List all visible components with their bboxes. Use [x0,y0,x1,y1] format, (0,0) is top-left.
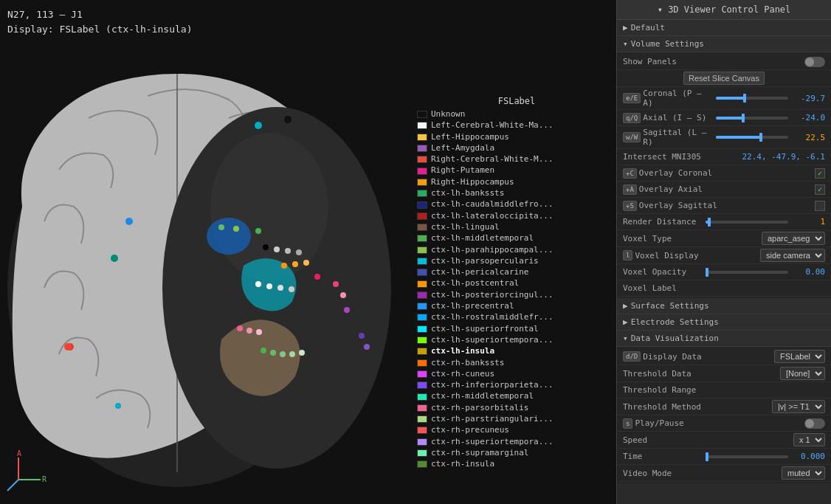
voxel-type-row: Voxel Type aparc_aseg [617,230,831,247]
legend-color-swatch [417,122,427,129]
play-pause-toggle[interactable] [804,418,825,429]
legend-item: ctx-lh-parahippocampal... [417,245,616,255]
coronal-label: Coronal (P – A) [643,89,715,108]
legend-color-swatch [417,359,427,367]
legend-color-swatch [417,190,427,197]
render-distance-slider[interactable] [706,221,788,224]
overlay-axial-key[interactable]: +A [623,184,637,195]
video-mode-row: Video Mode muted [617,465,831,482]
overlay-coronal-label: Overlay Coronal [639,168,815,178]
legend-color-swatch [417,325,427,333]
svg-point-13 [255,228,261,234]
legend-color-swatch [417,168,427,175]
data-visualization-header[interactable]: ▾ Data Visualization [617,331,831,347]
electrode-settings-label: Electrode Settings [631,317,719,327]
voxel-display-key[interactable]: l [623,250,632,260]
play-pause-key[interactable]: s [623,418,632,429]
overlay-coronal-checkbox[interactable]: ✓ [815,168,825,179]
svg-point-22 [344,307,350,313]
video-mode-select[interactable]: muted [782,466,825,480]
svg-point-21 [340,292,346,298]
legend-title: FSLabel [417,96,616,106]
legend-item-label: Unknown [431,109,465,120]
sagittal-row: w/W Sagittal (L – R) 22.5 [617,126,831,149]
svg-point-28 [64,343,72,351]
legend-color-swatch [417,145,427,152]
voxel-opacity-slider[interactable] [706,271,788,274]
overlay-sagittal-checkbox[interactable]: ✓ [815,201,825,211]
legend-item-label: Left-Amygdala [431,143,494,153]
legend-color-swatch [417,134,427,141]
electrode-settings-header[interactable]: ▶ Electrode Settings [617,314,831,331]
legend-item: ctx-rh-precuneus [417,425,616,435]
overlay-axial-row: +A Overlay Axial ✓ [617,182,831,198]
video-mode-label: Video Mode [623,469,782,478]
time-thumb [706,452,708,461]
volume-settings-content: Show Panels Reset Slice Canvas e/E Coron… [617,52,831,298]
surface-settings-label: Surface Settings [631,301,709,311]
threshold-data-row: Threshold Data [None] [617,365,831,382]
legend-item: ctx-lh-bankssts [417,188,616,199]
sagittal-key[interactable]: w/W [623,132,641,142]
legend-item-label: ctx-lh-lateraloccipita... [431,211,554,221]
threshold-data-select[interactable]: [None] [780,367,825,380]
legend-item-label: ctx-lh-bankssts [431,188,504,199]
svg-point-10 [274,246,280,252]
svg-point-30 [270,350,276,356]
coronal-value: -29.7 [788,94,825,103]
overlay-axial-checkbox[interactable]: ✓ [815,184,825,195]
legend-color-swatch [417,348,427,355]
svg-point-29 [261,348,266,353]
reset-slice-button[interactable]: Reset Slice Canvas [683,72,765,85]
axial-key[interactable]: q/Q [623,113,641,123]
voxel-display-select[interactable]: side camera [760,249,825,262]
voxel-opacity-thumb [706,268,708,277]
display-data-key[interactable]: d/D [623,351,641,362]
svg-point-6 [125,218,133,225]
sagittal-track [716,136,788,139]
threshold-method-select[interactable]: |v| >= T1 [772,400,825,413]
voxel-type-select[interactable]: aparc_aseg [762,232,825,245]
legend-panel: FSLabel UnknownLeft-Cerebral-White-Ma...… [417,96,616,471]
intersect-value: 22.4, -47.9, -6.1 [742,152,825,162]
surface-settings-header[interactable]: ▶ Surface Settings [617,298,831,314]
show-panels-toggle[interactable] [804,57,825,67]
sagittal-slider[interactable] [716,136,788,139]
legend-item: Unknown [417,109,616,120]
legend-item-label: ctx-lh-lingual [431,222,500,232]
svg-point-4 [207,218,251,255]
speed-select[interactable]: x 1 [793,433,825,446]
svg-point-35 [246,328,252,334]
legend-item-label: Right-Putamen [431,165,494,176]
axes-indicator: A R [4,450,48,497]
overlay-coronal-row: +C Overlay Coronal ✓ [617,165,831,182]
overlay-sagittal-key[interactable]: +S [623,201,637,211]
intersect-label: Intersect MNI305 [623,152,742,162]
coronal-thumb [743,94,746,103]
legend-color-swatch [417,336,427,344]
legend-color-swatch [417,235,427,242]
default-section-header[interactable]: ▶ Default [617,20,831,36]
chevron-right-electrode-icon: ▶ [623,317,628,327]
overlay-coronal-key[interactable]: +C [623,168,637,179]
coronal-slider[interactable] [716,97,788,100]
svg-text:R: R [42,475,47,483]
legend-item: ctx-lh-superiortempora... [417,335,616,345]
legend-item: Right-Cerebral-White-M... [417,154,616,165]
svg-line-45 [7,480,18,491]
legend-item-label: ctx-lh-caudalmiddlefro... [431,199,554,210]
display-data-select[interactable]: FSLabel [774,350,825,363]
legend-item-label: ctx-lh-parsopercularis [431,256,539,266]
control-panel[interactable]: ▾ 3D Viewer Control Panel ▶ Default ▾ Vo… [616,0,831,504]
render-distance-row: Render Distance 1 [617,214,831,230]
svg-point-37 [255,122,262,129]
axial-slider[interactable] [716,117,788,120]
coronal-key[interactable]: e/E [623,93,641,103]
brain-display: Display: FSLabel (ctx-lh-insula) [7,22,192,37]
legend-item-label: ctx-rh-parsorbitalis [431,403,528,413]
legend-color-swatch [417,370,427,378]
render-distance-track [706,221,788,224]
volume-settings-header[interactable]: ▾ Volume Settings [617,36,831,52]
time-slider[interactable] [706,455,788,458]
sagittal-thumb [759,133,762,142]
